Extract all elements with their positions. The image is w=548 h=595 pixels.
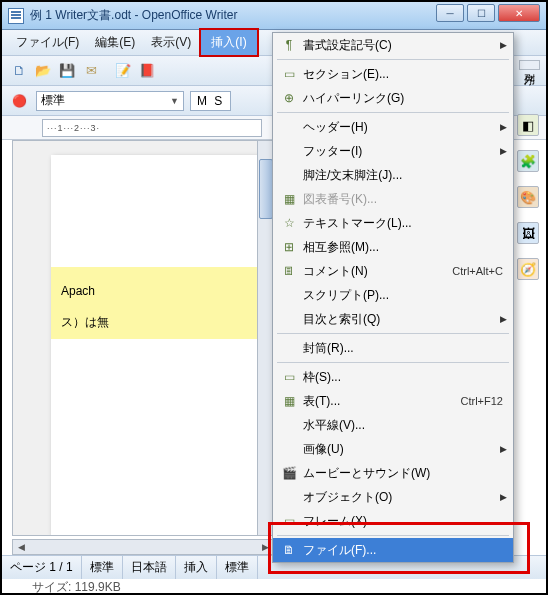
status-std2: 標準 [217, 556, 258, 579]
menu-item-label: ムービーとサウンド(W) [299, 465, 507, 482]
menu-item-icon: ¶ [279, 36, 299, 54]
menu-item-label: コメント(N) [299, 263, 452, 280]
menu-item-9[interactable]: ☆テキストマーク(L)... [273, 211, 513, 235]
chevron-down-icon: ▼ [170, 96, 179, 106]
menu-view[interactable]: 表示(V) [143, 30, 199, 55]
menu-insert[interactable]: 挿入(I) [199, 28, 258, 57]
menu-item-icon [279, 118, 299, 136]
vertical-scrollbar[interactable] [257, 141, 273, 535]
status-std: 標準 [82, 556, 123, 579]
scrollbar-thumb[interactable] [259, 159, 273, 219]
menu-item-20[interactable]: 画像(U)▶ [273, 437, 513, 461]
menu-item-icon: ☆ [279, 214, 299, 232]
menu-item-0[interactable]: ¶書式設定記号(C)▶ [273, 33, 513, 57]
menu-item-label: セクション(E)... [299, 66, 507, 83]
menu-item-icon [279, 440, 299, 458]
menu-item-icon: 🗏 [279, 262, 299, 280]
menu-item-label: フッター(I) [299, 143, 500, 160]
menu-item-18[interactable]: ▦表(T)...Ctrl+F12 [273, 389, 513, 413]
menu-item-6[interactable]: フッター(I)▶ [273, 139, 513, 163]
menu-item-2[interactable]: ▭セクション(E)... [273, 62, 513, 86]
scroll-left-icon[interactable]: ◀ [13, 540, 29, 554]
horizontal-scrollbar[interactable]: ◀ ▶ [12, 539, 274, 555]
side-icon-4[interactable]: 🖼 [517, 222, 539, 244]
pdf-button[interactable]: 📕 [136, 60, 158, 82]
side-icon-5[interactable]: 🧭 [517, 258, 539, 280]
menu-item-icon: ▦ [279, 190, 299, 208]
annotation-highlight-file [268, 522, 530, 574]
titlebar: 例 1 Writer文書.odt - OpenOffice Writer ─ ☐… [2, 2, 546, 30]
menu-item-icon: ▦ [279, 392, 299, 410]
menu-item-17[interactable]: ▭枠(S)... [273, 365, 513, 389]
edit-button[interactable]: 📝 [112, 60, 134, 82]
menu-item-label: スクリプト(P)... [299, 287, 507, 304]
submenu-arrow-icon: ▶ [500, 492, 507, 502]
menu-item-label: ヘッダー(H) [299, 119, 500, 136]
menu-item-label: 水平線(V)... [299, 417, 507, 434]
open-button[interactable]: 📂 [32, 60, 54, 82]
menu-item-icon: 🎬 [279, 464, 299, 482]
menu-item-7[interactable]: 脚注/文末脚注(J)... [273, 163, 513, 187]
menu-item-label: 図表番号(K)... [299, 191, 507, 208]
bottom-info: サイズ: 119.9KB [2, 579, 546, 593]
status-mode: 挿入 [176, 556, 217, 579]
status-page: ページ 1 / 1 [2, 556, 82, 579]
menu-item-label: 表(T)... [299, 393, 461, 410]
side-tab[interactable]: 序列 [519, 60, 540, 70]
side-icon-2[interactable]: 🧩 [517, 150, 539, 172]
menu-item-10[interactable]: ⊞相互参照(M)... [273, 235, 513, 259]
submenu-arrow-icon: ▶ [500, 122, 507, 132]
menu-item-3[interactable]: ⊕ハイパーリンク(G) [273, 86, 513, 110]
menu-item-icon: ▭ [279, 368, 299, 386]
menu-item-icon [279, 142, 299, 160]
menu-item-21[interactable]: 🎬ムービーとサウンド(W) [273, 461, 513, 485]
font-name[interactable]: M S [190, 91, 231, 111]
menu-item-12[interactable]: スクリプト(P)... [273, 283, 513, 307]
minimize-button[interactable]: ─ [436, 4, 464, 22]
submenu-arrow-icon: ▶ [500, 314, 507, 324]
menu-item-label: 脚注/文末脚注(J)... [299, 167, 507, 184]
menu-edit[interactable]: 編集(E) [87, 30, 143, 55]
submenu-arrow-icon: ▶ [500, 444, 507, 454]
menu-item-label: ハイパーリンク(G) [299, 90, 507, 107]
document-icon [8, 8, 24, 24]
menu-item-label: 目次と索引(Q) [299, 311, 500, 328]
submenu-arrow-icon: ▶ [500, 146, 507, 156]
menu-item-11[interactable]: 🗏コメント(N)Ctrl+Alt+C [273, 259, 513, 283]
menu-item-icon: ⊕ [279, 89, 299, 107]
menu-item-icon: ▭ [279, 65, 299, 83]
menu-item-icon [279, 488, 299, 506]
side-icon-1[interactable]: ◧ [517, 114, 539, 136]
style-select-value: 標準 [41, 92, 65, 109]
save-button[interactable]: 💾 [56, 60, 78, 82]
status-lang: 日本語 [123, 556, 176, 579]
menu-item-label: テキストマーク(L)... [299, 215, 507, 232]
menu-item-label: 封筒(R)... [299, 340, 507, 357]
style-select[interactable]: 標準 ▼ [36, 91, 184, 111]
menu-item-label: 枠(S)... [299, 369, 507, 386]
side-icon-3[interactable]: 🎨 [517, 186, 539, 208]
menu-file[interactable]: ファイル(F) [8, 30, 87, 55]
menu-item-22[interactable]: オブジェクト(O)▶ [273, 485, 513, 509]
menu-item-icon [279, 339, 299, 357]
menu-item-label: 相互参照(M)... [299, 239, 507, 256]
menu-item-icon [279, 310, 299, 328]
menu-item-19[interactable]: 水平線(V)... [273, 413, 513, 437]
menu-item-icon: ⊞ [279, 238, 299, 256]
new-document-button[interactable]: 🗋 [8, 60, 30, 82]
side-panel: ◧ 🧩 🎨 🖼 🧭 [516, 114, 540, 280]
menu-item-8: ▦図表番号(K)... [273, 187, 513, 211]
horizontal-ruler[interactable]: ···1···2···3· [42, 119, 262, 137]
close-button[interactable]: ✕ [498, 4, 540, 22]
submenu-arrow-icon: ▶ [500, 40, 507, 50]
highlighted-text: Apach ス）は無 [51, 267, 271, 339]
menu-item-shortcut: Ctrl+F12 [461, 395, 508, 407]
page[interactable]: Apach ス）は無 [51, 155, 271, 535]
menu-item-13[interactable]: 目次と索引(Q)▶ [273, 307, 513, 331]
window-title: 例 1 Writer文書.odt - OpenOffice Writer [30, 7, 237, 24]
styles-icon[interactable]: 🔴 [8, 90, 30, 112]
menu-item-15[interactable]: 封筒(R)... [273, 336, 513, 360]
mail-button[interactable]: ✉ [80, 60, 102, 82]
maximize-button[interactable]: ☐ [467, 4, 495, 22]
menu-item-5[interactable]: ヘッダー(H)▶ [273, 115, 513, 139]
